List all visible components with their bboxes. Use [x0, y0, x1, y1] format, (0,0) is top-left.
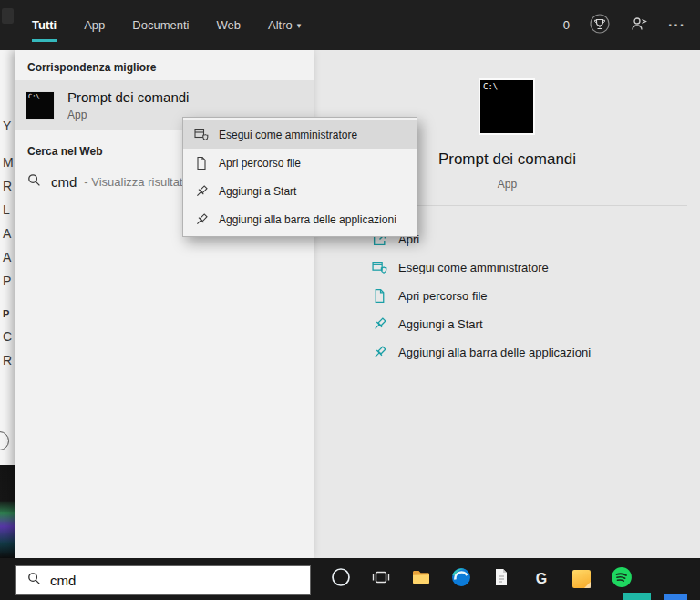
background-window-edge: Y M R L A A P P C R: [0, 50, 15, 465]
search-tab-bar: Tutti App Documenti Web Altro ▾ 0: [0, 0, 700, 50]
result-subtitle: App: [67, 109, 189, 121]
menu-item-label: Esegui come amministratore: [219, 129, 357, 141]
running-app-indicator: [623, 593, 651, 600]
truncated-text: Y: [3, 119, 11, 133]
desktop-wallpaper-sliver: [0, 465, 15, 558]
tab-label: App: [84, 18, 105, 32]
pin-taskbar-icon: [372, 345, 387, 360]
taskbar-icon-notes[interactable]: [561, 558, 602, 600]
truncated-header: P: [3, 308, 9, 319]
topbar-right-cluster: 0 ···: [563, 0, 685, 50]
tab-web[interactable]: Web: [216, 0, 241, 50]
truncated-text: P: [3, 274, 11, 288]
taskbar-icon-gog[interactable]: G: [521, 558, 561, 600]
run-as-admin-icon: [194, 128, 209, 142]
partial-circle-icon: [0, 431, 9, 450]
menu-item-label: Apri percorso file: [219, 157, 301, 170]
truncated-text: A: [3, 226, 11, 241]
file-location-icon: [372, 288, 387, 304]
tab-label: Tutti: [32, 18, 57, 32]
menu-item-pin-to-taskbar[interactable]: Aggiungi alla barra delle applicazioni: [183, 205, 417, 233]
cmd-icon-label: C:\: [28, 93, 40, 100]
taskbar-icon-cortana[interactable]: [321, 558, 361, 600]
running-app-indicator: [664, 594, 687, 600]
truncated-text: A: [3, 250, 11, 264]
tab-tutti[interactable]: Tutti: [32, 0, 57, 50]
file-location-icon: [194, 156, 209, 171]
rewards-count: 0: [563, 18, 570, 32]
action-label: Esegui come amministratore: [398, 261, 549, 274]
action-label: Aggiungi alla barra delle applicazioni: [398, 346, 591, 359]
windows-search-screen: Tutti App Documenti Web Altro ▾ 0: [0, 0, 700, 600]
web-query: cmd: [51, 174, 77, 190]
menu-item-open-file-location[interactable]: Apri percorso file: [183, 149, 417, 177]
action-label: Aggiungi a Start: [398, 317, 483, 331]
action-label: Apri percorso file: [398, 289, 488, 303]
taskbar-icon-edge[interactable]: [441, 558, 481, 600]
sticky-note-icon: [572, 570, 591, 588]
taskbar-icon-document[interactable]: [481, 558, 521, 600]
pin-taskbar-icon: [194, 212, 209, 227]
file-explorer-icon: [411, 567, 431, 591]
active-tab-underline: [32, 39, 57, 42]
feedback-person-icon[interactable]: [630, 15, 648, 36]
action-pin-to-start[interactable]: Aggiungi a Start: [314, 310, 700, 338]
menu-item-run-as-admin[interactable]: Esegui come amministratore: [183, 120, 417, 149]
action-run-as-admin[interactable]: Esegui come amministratore: [314, 253, 700, 282]
taskbar-icon-task-view[interactable]: [361, 558, 401, 600]
action-open-file-location[interactable]: Apri percorso file: [314, 282, 700, 310]
web-search-header: Cerca nel Web: [27, 145, 102, 158]
search-icon: [27, 173, 41, 191]
details-actions: Apri Esegui come amministratore: [314, 225, 700, 367]
tab-altro[interactable]: Altro ▾: [268, 0, 301, 50]
search-tabs: Tutti App Documenti Web Altro ▾: [32, 0, 301, 50]
tab-documenti[interactable]: Documenti: [132, 0, 189, 50]
context-menu: Esegui come amministratore Apri percorso…: [182, 117, 417, 237]
best-match-header: Corrispondenza migliore: [27, 61, 156, 74]
task-view-icon: [372, 568, 390, 590]
command-prompt-icon: C:\: [26, 91, 55, 120]
action-pin-to-taskbar[interactable]: Aggiungi alla barra delle applicazioni: [314, 338, 700, 367]
taskbar-icons: G: [321, 558, 642, 600]
edge-browser-icon: [451, 567, 471, 591]
result-title: Prompt dei comandi: [67, 89, 189, 105]
truncated-text: L: [3, 202, 10, 217]
search-query-text: cmd: [50, 573, 76, 588]
tab-app[interactable]: App: [84, 0, 105, 50]
menu-item-pin-to-start[interactable]: Aggiungi a Start: [183, 177, 417, 205]
cortana-icon: [331, 567, 351, 591]
gog-icon: G: [536, 571, 547, 587]
document-icon: [491, 567, 511, 591]
chevron-down-icon: ▾: [297, 21, 302, 30]
truncated-text: R: [3, 179, 12, 193]
search-icon: [27, 572, 41, 589]
truncated-text: C: [3, 329, 12, 344]
tab-label: Web: [216, 18, 241, 32]
run-as-admin-icon: [372, 260, 387, 275]
rewards-trophy-icon[interactable]: [590, 14, 610, 37]
tab-label: Altro: [268, 18, 293, 32]
pin-start-icon: [372, 316, 387, 332]
best-match-text: Prompt dei comandi App: [67, 89, 189, 121]
more-options-icon[interactable]: ···: [668, 17, 685, 34]
command-prompt-icon-large: C:\: [479, 78, 535, 135]
truncated-text: M: [3, 155, 14, 170]
menu-item-label: Aggiungi alla barra delle applicazioni: [219, 213, 396, 226]
taskbar-icon-file-explorer[interactable]: [401, 558, 441, 600]
truncated-text: R: [3, 353, 12, 367]
partial-window-icon: [2, 8, 14, 24]
taskbar-search-input[interactable]: cmd: [15, 565, 311, 595]
tab-label: Documenti: [132, 18, 189, 32]
cmd-icon-label: C:\: [483, 82, 498, 91]
menu-item-label: Aggiungi a Start: [219, 185, 296, 198]
pin-start-icon: [194, 184, 209, 199]
spotify-icon: [611, 566, 633, 592]
